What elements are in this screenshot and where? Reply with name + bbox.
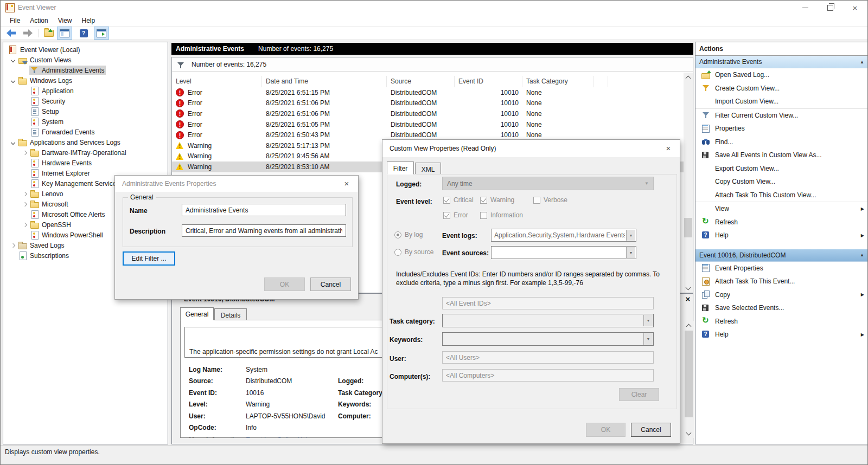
tree-item[interactable]: Application [3,86,168,96]
chevron-down-icon[interactable]: ▼ [626,247,635,258]
name-field[interactable] [182,204,346,216]
console-tree-toggle-button[interactable] [57,27,72,40]
action-item[interactable]: Event 10016, DistributedCOM ▶ ▲ [695,249,867,262]
tree-item[interactable]: Forwarded Events [3,127,168,137]
chevron-down-icon[interactable]: ▼ [626,230,635,241]
tree-expander-icon[interactable] [21,192,29,196]
tree-item[interactable]: Custom Views [3,55,168,65]
ok-button[interactable]: OK [586,423,626,437]
checkbox-warning[interactable]: Warning [480,196,514,204]
checkbox-critical[interactable]: Critical [443,196,474,204]
user-field[interactable] [442,351,654,364]
task-category-combo[interactable]: ▼ [442,314,654,327]
event-logs-combo[interactable]: Application,Security,System,Hardware Eve… [491,229,636,242]
dialog-close-button[interactable]: × [657,140,680,157]
scrollbar-thumb[interactable] [685,331,693,417]
checkbox-information[interactable]: Information [480,211,523,219]
tree-item[interactable]: Event Viewer (Local) [3,44,168,55]
tree-item[interactable]: Windows Logs [3,75,168,86]
clear-button[interactable]: Clear [619,388,659,401]
restore-button[interactable] [818,1,843,15]
action-item[interactable]: Save Selected Events... ▶ ▲ [695,301,867,315]
event-row[interactable]: Error 8/25/2021 6:51:05 PM DistributedCO… [172,119,684,130]
checkbox-error[interactable]: Error [443,211,468,219]
preview-scrollbar[interactable] [684,321,693,438]
column-header[interactable]: Level [172,76,262,87]
back-button[interactable] [4,27,19,40]
event-sources-combo[interactable]: ▼ [491,246,636,259]
column-header[interactable]: Source [387,76,455,87]
tree-expander-icon[interactable] [9,244,17,247]
cancel-button[interactable]: Cancel [310,277,351,291]
chevron-down-icon[interactable]: ▼ [643,333,653,345]
edit-filter-button[interactable]: Edit Filter ... [123,251,175,266]
scroll-down-icon[interactable] [684,283,693,293]
tree-item[interactable]: Security [3,96,168,106]
action-item[interactable]: Import Custom View... ▶ ▲ [695,95,867,108]
tree-expander-icon[interactable] [21,203,29,206]
event-ids-field[interactable] [442,297,654,309]
menu-item[interactable]: Action [25,15,53,27]
column-header[interactable]: Event ID [455,76,522,87]
keywords-combo[interactable]: ▼ [442,332,654,346]
action-item[interactable]: Refresh ▶ ▲ [695,315,867,328]
tree-item[interactable]: Hardware Events [3,158,168,168]
menu-item[interactable]: Help [77,15,100,27]
column-header[interactable]: Task Category [522,76,593,87]
action-item[interactable]: Event Properties ▶ ▲ [695,262,867,275]
tree-item[interactable]: Dartware-IMTray-Operational [3,147,168,158]
tree-expander-icon[interactable] [21,151,29,154]
close-button[interactable]: × [843,1,867,15]
event-row[interactable]: Error 8/25/2021 6:51:06 PM DistributedCO… [172,98,684,109]
menu-item[interactable]: File [5,15,25,27]
scroll-up-icon[interactable] [684,73,693,82]
computer-field[interactable] [442,369,654,382]
event-row[interactable]: Error 8/25/2021 6:51:06 PM DistributedCO… [172,108,684,119]
tree-expander-icon[interactable] [9,79,17,82]
logged-dropdown[interactable]: Any time ▼ [442,177,654,190]
chevron-down-icon[interactable]: ▼ [643,315,653,326]
tab-details[interactable]: Details [214,308,247,320]
action-pane-toggle-button[interactable] [94,27,109,40]
tree-expander-icon[interactable] [21,223,29,227]
tree-expander-icon[interactable] [9,141,17,144]
tree-item[interactable]: Applications and Services Logs [3,137,168,147]
action-item[interactable]: View ▶ ▲ [695,202,867,216]
action-item[interactable]: Attach Task To This Event... ▶ ▲ [695,275,867,288]
action-item[interactable]: Attach Task To This Custom View... ▶ ▲ [695,189,867,202]
tab-general[interactable]: General [180,307,214,320]
action-item[interactable]: Find... ▶ ▲ [695,135,867,149]
action-item[interactable]: Properties ▶ ▲ [695,122,867,135]
radio-by-source[interactable]: By source [394,248,433,256]
collapse-section-icon[interactable]: ▲ [860,253,864,257]
column-header[interactable]: Date and Time [262,76,387,87]
action-item[interactable]: Copy Custom View... ▶ ▲ [695,175,867,189]
column-header[interactable] [593,76,608,87]
open-saved-log-button[interactable] [41,27,56,40]
scroll-down-icon[interactable] [684,429,693,438]
ok-button[interactable]: OK [264,277,305,291]
action-item[interactable]: Help ▶ ▲ [695,229,867,242]
minimize-button[interactable] [793,1,818,15]
action-item[interactable]: Administrative Events ▶ ▲ [695,56,867,68]
action-item[interactable]: Create Custom View... ▶ ▲ [695,82,867,95]
tree-item[interactable]: System [3,117,168,127]
collapse-section-icon[interactable]: ▲ [860,60,864,64]
action-item[interactable]: Copy ▶ ▲ [695,288,867,302]
action-item[interactable]: Save All Events in Custom View As... ▶ ▲ [695,148,867,162]
events-scrollbar[interactable] [684,73,693,293]
tab-filter[interactable]: Filter [387,162,414,175]
help-button[interactable]: ? [76,27,91,40]
event-row[interactable]: Error 8/25/2021 6:51:15 PM DistributedCO… [172,87,684,98]
menu-item[interactable]: View [53,15,77,27]
preview-close-button[interactable]: × [682,294,693,304]
tree-expander-icon[interactable] [9,59,17,62]
checkbox-verbose[interactable]: Verbose [533,196,567,204]
action-item[interactable]: Open Saved Log... ▶ ▲ [695,68,867,82]
radio-by-log[interactable]: By log [394,231,423,238]
tree-item[interactable]: Setup [3,106,168,117]
tree-item[interactable]: Administrative Events [3,65,168,75]
action-item[interactable]: Filter Current Custom View... ▶ ▲ [695,108,867,122]
scroll-up-icon[interactable] [684,321,693,330]
action-item[interactable]: Refresh ▶ ▲ [695,216,867,229]
